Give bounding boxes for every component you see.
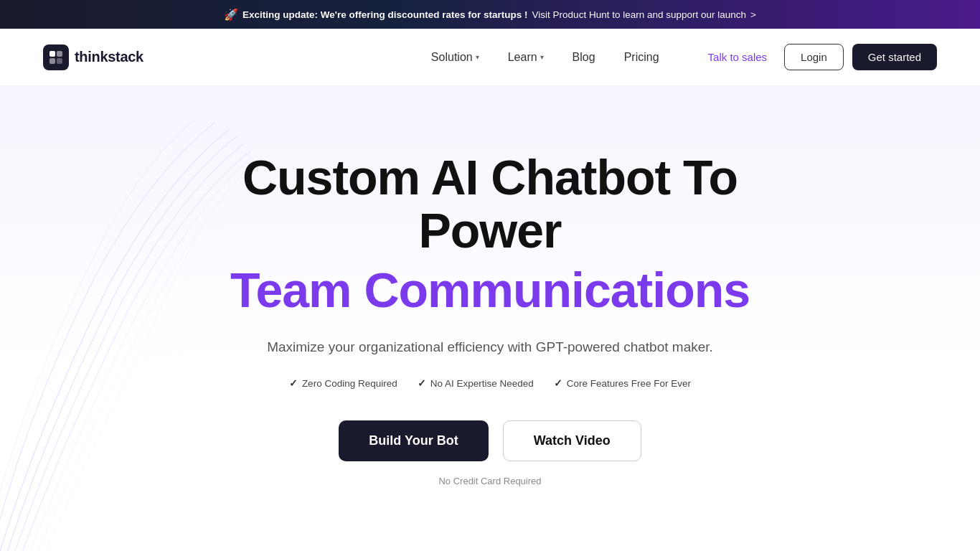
checkmark-icon: ✓: [418, 377, 426, 389]
nav-item-learn[interactable]: Learn ▾: [496, 45, 555, 70]
feature-label-2: No AI Expertise Needed: [430, 378, 534, 389]
feature-checks: ✓ Zero Coding Required ✓ No AI Expertise…: [167, 377, 813, 389]
nav-item-solution[interactable]: Solution ▾: [420, 45, 491, 70]
feature-label-3: Core Features Free For Ever: [567, 378, 691, 389]
buttons-row: Build Your Bot Watch Video: [339, 420, 641, 461]
svg-rect-2: [50, 58, 55, 64]
logo-icon: [43, 44, 69, 70]
hero-section: Custom AI Chatbot To Power Team Communic…: [0, 86, 980, 551]
navbar: thinkstack Solution ▾ Learn ▾ Blog Prici…: [0, 29, 980, 86]
banner-arrow: >: [750, 9, 756, 20]
nav-label-pricing: Pricing: [624, 51, 659, 64]
watch-video-button[interactable]: Watch Video: [503, 420, 641, 461]
logo[interactable]: thinkstack: [43, 44, 143, 70]
logo-text: thinkstack: [75, 49, 143, 65]
hero-title-colored: Team Communications: [167, 263, 813, 317]
rocket-emoji: 🚀: [224, 8, 238, 22]
svg-rect-1: [57, 51, 62, 57]
nav-label-learn: Learn: [508, 51, 537, 64]
nav-item-pricing[interactable]: Pricing: [613, 45, 671, 70]
nav-label-blog: Blog: [573, 51, 595, 64]
nav-links: Solution ▾ Learn ▾ Blog Pricing: [420, 45, 671, 70]
nav-actions: Talk to sales Login Get started: [699, 44, 937, 70]
hero-subtitle: Maximize your organizational efficiency …: [167, 337, 813, 358]
feature-check-2: ✓ No AI Expertise Needed: [418, 377, 534, 389]
get-started-button[interactable]: Get started: [852, 44, 937, 70]
svg-rect-0: [50, 51, 55, 57]
talk-to-sales-link[interactable]: Talk to sales: [699, 45, 776, 69]
checkmark-icon: ✓: [554, 377, 562, 389]
banner-link[interactable]: Visit Product Hunt to learn and support …: [532, 9, 746, 20]
feature-check-1: ✓ Zero Coding Required: [289, 377, 397, 389]
nav-item-blog[interactable]: Blog: [561, 45, 607, 70]
hero-title-main: Custom AI Chatbot To Power: [167, 151, 813, 258]
hero-content: Custom AI Chatbot To Power Team Communic…: [167, 151, 813, 487]
feature-check-3: ✓ Core Features Free For Ever: [554, 377, 691, 389]
svg-rect-3: [57, 58, 62, 64]
hero-buttons: Build Your Bot Watch Video No Credit Car…: [167, 420, 813, 486]
login-button[interactable]: Login: [784, 44, 844, 70]
banner-bold-text: Exciting update: We're offering discount…: [242, 9, 528, 20]
chevron-down-icon: ▾: [476, 53, 479, 61]
checkmark-icon: ✓: [289, 377, 298, 389]
chevron-down-icon: ▾: [540, 53, 544, 61]
build-your-bot-button[interactable]: Build Your Bot: [339, 420, 488, 461]
feature-label-1: Zero Coding Required: [302, 378, 397, 389]
no-credit-card-text: No Credit Card Required: [438, 476, 541, 486]
announcement-banner: 🚀 Exciting update: We're offering discou…: [0, 0, 980, 29]
nav-label-solution: Solution: [431, 51, 473, 64]
